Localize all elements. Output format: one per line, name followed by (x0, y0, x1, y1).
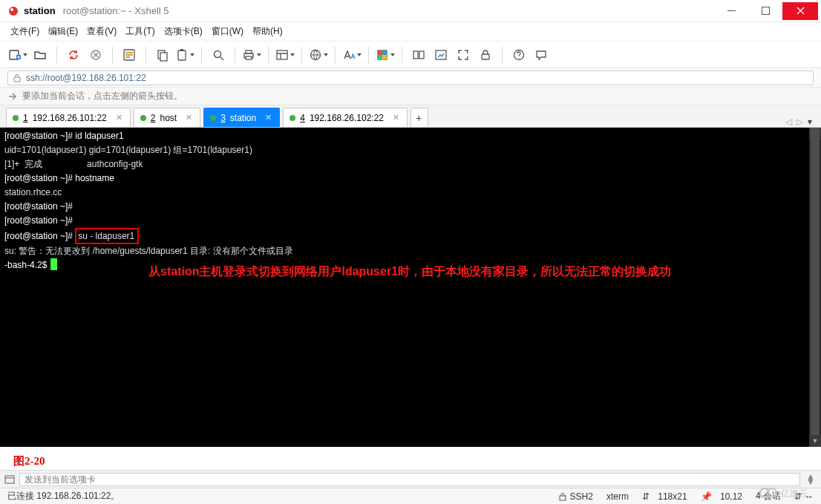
svg-rect-23 (413, 51, 418, 59)
svg-rect-14 (246, 50, 252, 53)
menu-view[interactable]: 查看(V) (87, 25, 117, 38)
svg-rect-15 (246, 56, 252, 59)
tab-3[interactable]: 3station✕ (203, 108, 280, 127)
figure-label: 图2-20 (13, 454, 45, 468)
tab-close-icon[interactable]: ✕ (186, 113, 192, 122)
address-text: ssh://root@192.168.26.101:22 (26, 73, 146, 83)
terminal-scrollbar[interactable]: ▲ ▼ (809, 128, 821, 447)
address-bar: ssh://root@192.168.26.101:22 (0, 68, 821, 88)
svg-rect-24 (419, 51, 424, 59)
tab-strip: 1192.168.26.101:22✕ 2host✕ 3station✕ 419… (0, 105, 821, 128)
feedback-button[interactable] (531, 45, 552, 65)
svg-rect-26 (482, 54, 489, 59)
svg-rect-19 (378, 50, 382, 55)
open-button[interactable] (30, 45, 50, 65)
minimize-button[interactable] (714, 2, 748, 20)
svg-rect-9 (160, 53, 167, 61)
tab-close-icon[interactable]: ✕ (116, 113, 122, 122)
terminal-pane[interactable]: [root@station ~]# id ldapuser1uid=1701(l… (0, 128, 821, 447)
toolbar (0, 42, 821, 68)
svg-rect-25 (436, 50, 446, 59)
menu-edit[interactable]: 编辑(E) (48, 25, 78, 38)
svg-rect-30 (560, 496, 566, 500)
status-dot-icon (290, 115, 295, 121)
maximize-button[interactable] (748, 2, 782, 20)
tab-4[interactable]: 4192.168.26.102:22✕ (283, 108, 408, 127)
disconnect-button[interactable] (85, 45, 106, 65)
status-dot-icon (140, 115, 146, 121)
send-input[interactable] (19, 473, 800, 486)
status-term: xterm (606, 491, 629, 502)
new-session-button[interactable] (7, 45, 28, 65)
svg-rect-20 (382, 50, 387, 55)
tunneling-button[interactable] (431, 45, 451, 65)
window-title-session: station (24, 5, 56, 16)
svg-rect-29 (5, 476, 14, 483)
arrow-hint-icon (7, 91, 18, 102)
svg-rect-11 (180, 49, 183, 51)
menu-file[interactable]: 文件(F) (10, 25, 39, 38)
status-cursor: 📌 10,12 (701, 491, 742, 502)
menu-tools[interactable]: 工具(T) (125, 25, 154, 38)
svg-rect-3 (762, 7, 769, 15)
menu-window[interactable]: 窗口(W) (212, 25, 243, 38)
tab-list-dropdown-icon[interactable]: ▾ (808, 117, 812, 127)
color-scheme-button[interactable] (375, 45, 396, 65)
hint-bar: 要添加当前会话，点击左侧的箭头按钮。 (0, 88, 821, 105)
hint-text: 要添加当前会话，点击左侧的箭头按钮。 (22, 90, 183, 102)
find-button[interactable] (208, 45, 229, 65)
watermark-logo: 亿速云 (759, 485, 812, 503)
window-title-path: root@station:~ - Xshell 5 (63, 5, 169, 16)
layout-button[interactable] (275, 45, 295, 65)
svg-text:亿速云: 亿速云 (780, 488, 808, 499)
menu-tabs[interactable]: 选项卡(B) (164, 25, 203, 38)
app-icon (7, 5, 19, 17)
svg-rect-22 (382, 55, 387, 59)
tab-close-icon[interactable]: ✕ (265, 113, 272, 122)
status-size: ⇵ 118x21 (642, 491, 687, 502)
annotation-text: 从station主机登录式切换到网络用户ldapuser1时，由于本地没有家目录… (148, 264, 671, 278)
tab-scroll-left-icon[interactable]: ◁ (785, 117, 792, 127)
scroll-thumb[interactable] (811, 128, 820, 447)
lock-icon (558, 492, 567, 501)
properties-button[interactable] (119, 45, 140, 65)
send-mode-icon[interactable] (4, 474, 15, 485)
tab-close-icon[interactable]: ✕ (393, 113, 399, 122)
menu-help[interactable]: 帮助(H) (252, 25, 283, 38)
address-input[interactable]: ssh://root@192.168.26.101:22 (7, 71, 814, 85)
copy-button[interactable] (152, 45, 173, 65)
font-button[interactable] (341, 45, 362, 65)
status-bar: 已连接 192.168.26.101:22。 SSH2 xterm ⇵ 118x… (0, 488, 821, 504)
svg-rect-28 (14, 77, 20, 82)
fullscreen-button[interactable] (453, 45, 474, 65)
send-bar: ▲▼ (0, 470, 821, 488)
reconnect-button[interactable] (63, 45, 84, 65)
new-tab-button[interactable]: + (410, 108, 428, 127)
help-button[interactable] (508, 45, 529, 65)
paste-button[interactable] (174, 45, 195, 65)
print-button[interactable] (241, 45, 262, 65)
tab-scroll-right-icon[interactable]: ▷ (797, 117, 803, 127)
status-connection: 已连接 192.168.26.101:22。 (7, 490, 120, 503)
tab-2[interactable]: 2host✕ (134, 108, 200, 127)
scroll-down-icon[interactable]: ▼ (809, 435, 821, 447)
svg-rect-2 (727, 10, 736, 11)
svg-rect-21 (378, 55, 382, 59)
svg-point-0 (9, 7, 18, 16)
svg-point-12 (215, 50, 221, 57)
status-dot-icon (13, 115, 19, 121)
close-button[interactable] (782, 2, 818, 20)
svg-rect-16 (277, 50, 287, 59)
send-scroll-buttons[interactable]: ▲▼ (805, 474, 817, 485)
menu-bar: 文件(F) 编辑(E) 查看(V) 工具(T) 选项卡(B) 窗口(W) 帮助(… (0, 22, 821, 42)
svg-rect-10 (178, 50, 186, 60)
lock-icon (13, 73, 22, 82)
tab-1[interactable]: 1192.168.26.101:22✕ (6, 108, 131, 127)
status-ssh: SSH2 (558, 491, 593, 502)
session-manager-button[interactable] (408, 45, 429, 65)
status-dot-icon (210, 115, 216, 121)
svg-point-1 (10, 8, 13, 11)
title-bar: station root@station:~ - Xshell 5 (0, 0, 821, 22)
encoding-button[interactable] (308, 45, 329, 65)
lock-button[interactable] (475, 45, 496, 65)
